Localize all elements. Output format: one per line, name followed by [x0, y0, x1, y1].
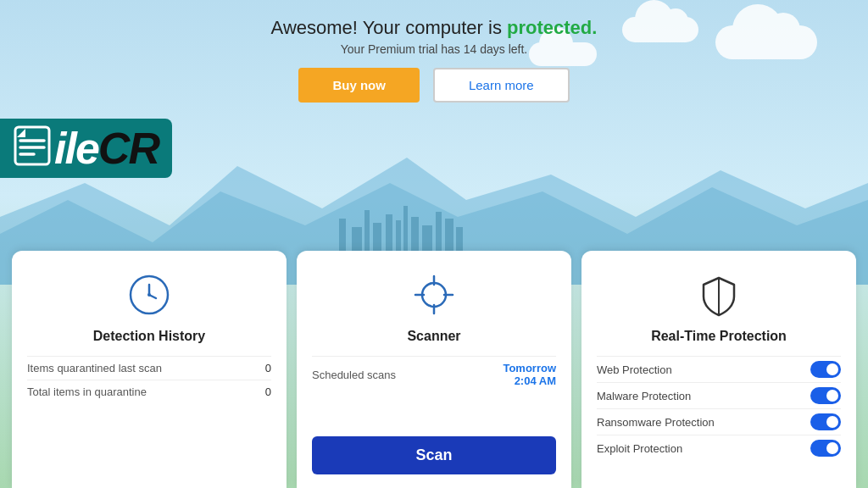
- realtime-protection-card: Real-Time Protection Web Protection Malw…: [581, 251, 856, 488]
- learn-more-button[interactable]: Learn more: [433, 68, 570, 103]
- total-quarantine-label: Total items in quarantine: [27, 385, 147, 398]
- web-protection-toggle[interactable]: [810, 361, 841, 378]
- svg-rect-10: [422, 225, 432, 252]
- detection-title: Detection History: [27, 329, 271, 344]
- scanner-title: Scanner: [312, 329, 556, 344]
- svg-rect-7: [396, 220, 401, 252]
- ransomware-protection-toggle[interactable]: [810, 413, 841, 430]
- scheduled-time: Tomorrow2:04 AM: [503, 362, 556, 387]
- svg-rect-13: [456, 227, 463, 252]
- crosshair-icon: [412, 273, 456, 317]
- exploit-protection-label: Exploit Protection: [597, 442, 682, 455]
- svg-rect-3: [352, 227, 362, 252]
- header: Awesome! Your computer is protected. You…: [0, 0, 868, 103]
- web-protection-label: Web Protection: [597, 363, 672, 376]
- shield-icon: [697, 273, 741, 317]
- svg-rect-8: [403, 206, 408, 252]
- page-title: Awesome! Your computer is protected.: [0, 17, 868, 39]
- quarantine-last-scan-label: Items quarantined last scan: [27, 362, 162, 374]
- scan-button[interactable]: Scan: [312, 436, 556, 474]
- scanner-icon-area: [312, 268, 556, 322]
- svg-point-23: [422, 283, 446, 307]
- malware-protection-label: Malware Protection: [597, 390, 691, 402]
- svg-point-22: [147, 293, 151, 297]
- svg-rect-6: [386, 214, 392, 252]
- exploit-protection-toggle[interactable]: [810, 440, 841, 457]
- total-quarantine-value: 0: [265, 385, 271, 398]
- watermark-ile: ile: [54, 124, 98, 173]
- svg-rect-12: [445, 219, 453, 252]
- malware-protection-toggle[interactable]: [810, 387, 841, 404]
- title-status: protected.: [507, 17, 597, 38]
- realtime-title: Real-Time Protection: [597, 329, 841, 344]
- header-buttons: Buy now Learn more: [0, 68, 868, 103]
- city-skyline: [0, 202, 868, 252]
- svg-rect-14: [15, 127, 49, 164]
- shield-icon-area: [597, 268, 841, 322]
- scheduled-scans-row: Scheduled scans Tomorrow2:04 AM: [312, 356, 556, 392]
- cards-container: Detection History Items quarantined last…: [0, 251, 868, 488]
- svg-rect-4: [364, 210, 370, 252]
- detection-icon-area: [27, 268, 271, 322]
- quarantine-last-scan-value: 0: [265, 362, 271, 374]
- total-quarantine-row: Total items in quarantine 0: [27, 380, 271, 403]
- title-prefix: Awesome! Your computer is: [271, 17, 507, 38]
- exploit-protection-row: Exploit Protection: [597, 435, 841, 461]
- scheduled-label: Scheduled scans: [312, 369, 396, 381]
- malware-protection-row: Malware Protection: [597, 382, 841, 408]
- svg-rect-5: [373, 223, 381, 252]
- ransomware-protection-row: Ransomware Protection: [597, 408, 841, 435]
- svg-rect-9: [411, 217, 419, 252]
- ransomware-protection-label: Ransomware Protection: [597, 416, 715, 429]
- watermark-cr: CR: [98, 124, 159, 173]
- watermark: ileCR: [0, 119, 172, 178]
- clock-icon: [127, 273, 171, 317]
- web-protection-row: Web Protection: [597, 356, 841, 382]
- scanner-card: Scanner Scheduled scans Tomorrow2:04 AM …: [297, 251, 571, 488]
- quarantine-last-scan-row: Items quarantined last scan 0: [27, 356, 271, 380]
- buy-now-button[interactable]: Buy now: [298, 68, 420, 103]
- svg-marker-18: [17, 129, 25, 137]
- detection-history-card: Detection History Items quarantined last…: [12, 251, 287, 488]
- trial-subtitle: Your Premium trial has 14 days left.: [0, 42, 868, 56]
- filecr-icon: [14, 125, 51, 171]
- svg-rect-11: [436, 212, 442, 252]
- svg-rect-2: [339, 219, 346, 252]
